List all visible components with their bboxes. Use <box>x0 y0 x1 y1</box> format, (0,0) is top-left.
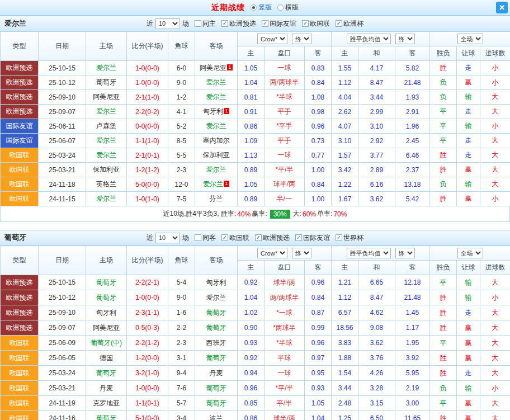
away-team: 阿美尼亚1 <box>195 61 238 75</box>
result-handicap: 赢 <box>457 320 480 336</box>
handicap-home-odds: 0.92 <box>238 275 265 290</box>
result-wdl: 胜 <box>430 61 457 75</box>
filter-checkbox-同主[interactable]: 同主 <box>195 19 216 29</box>
odds-source-select[interactable]: Crow* <box>257 34 287 44</box>
home-team: 葡萄牙 <box>86 290 127 305</box>
sections-container: 爱尔兰近10场同主✓欧洲预选✓国际友谊✓欧国联✓欧洲杯类型日期主场比分(半场)角… <box>0 16 510 420</box>
radio-unselected-icon[interactable] <box>277 4 284 11</box>
handicap-home-odds: 1.02 <box>238 305 265 320</box>
home-team-name: 匈牙利 <box>96 309 116 317</box>
result-goals: 大 <box>480 366 510 381</box>
filter-checkbox-欧洲预选[interactable]: ✓欧洲预选 <box>221 19 256 29</box>
avg-draw-odds: 3.10 <box>358 119 395 134</box>
corner-score: 2-2 <box>168 320 195 336</box>
score: 1-1(1-0) <box>127 134 168 148</box>
layout-vertical-radio[interactable]: 竖版 <box>251 3 272 12</box>
layout-vertical-label: 竖版 <box>258 3 272 12</box>
checkbox-icon[interactable]: ✓ <box>295 234 302 241</box>
layout-horizontal-label: 横版 <box>285 3 299 12</box>
corner-score: 3-4 <box>168 411 195 420</box>
away-team-name: 爱尔兰 <box>203 180 223 188</box>
handicap-line: *平手 <box>265 119 305 134</box>
odds-source-select[interactable]: Crow* <box>257 248 287 258</box>
result-handicap: 赢 <box>457 351 480 366</box>
result-wdl: 负 <box>430 90 457 105</box>
checkbox-icon[interactable]: ✓ <box>302 20 309 27</box>
home-team-name: 葡萄牙 <box>96 369 116 377</box>
avg-home-odds: 1.21 <box>332 275 358 290</box>
filter-label: 欧国联 <box>310 19 330 29</box>
record-summary: 近10场,胜4平3负3, 胜率:40% 赢率:30% 大:60% 单率:70% <box>0 206 510 222</box>
handicap-home-odds: 1.04 <box>238 290 265 305</box>
away-team: 葡萄牙 <box>195 305 238 320</box>
scope-select-cell: 全场 <box>430 32 510 46</box>
match-type: 欧国联 <box>1 381 39 396</box>
red-card-badge: 1 <box>227 64 233 70</box>
filter-checkbox-欧国联[interactable]: ✓欧国联 <box>221 233 249 243</box>
scope-select[interactable]: 全场 <box>457 248 483 258</box>
home-team: 爱尔兰 <box>86 61 127 75</box>
checkbox-icon[interactable]: ✓ <box>221 234 228 241</box>
match-type: 国际友谊 <box>1 134 39 148</box>
result-handicap: 赢 <box>457 411 480 420</box>
checkbox-icon[interactable] <box>195 234 201 241</box>
result-handicap: 赢 <box>457 396 480 411</box>
checkbox-icon[interactable]: ✓ <box>255 234 262 241</box>
handicap-line: 两/两球半 <box>265 290 305 305</box>
filter-checkbox-世界杯[interactable]: ✓世界杯 <box>336 233 363 243</box>
filter-checkbox-欧洲杯[interactable]: ✓欧洲杯 <box>336 19 363 29</box>
checkbox-icon[interactable]: ✓ <box>262 20 268 27</box>
filter-checkbox-国际友谊[interactable]: ✓国际友谊 <box>262 19 296 29</box>
avg-odds-select[interactable]: 胜平负均值 <box>347 34 391 44</box>
layout-horizontal-radio[interactable]: 横版 <box>277 3 299 12</box>
col-header: 客场 <box>195 246 238 275</box>
checkbox-icon[interactable] <box>195 20 201 27</box>
avg-odds-select[interactable]: 终 <box>395 248 415 258</box>
result-goals: 大 <box>480 305 510 320</box>
result-handicap: 输 <box>457 381 480 396</box>
odds-source-select[interactable]: 终 <box>292 34 311 44</box>
home-team: 葡萄牙 <box>86 75 127 90</box>
close-button[interactable]: ✕ <box>496 2 508 13</box>
sub-header: 主 <box>332 46 358 61</box>
handicap-home-odds: 0.86 <box>238 411 265 420</box>
corner-score: 3-1 <box>168 351 195 366</box>
red-card-badge: 1 <box>224 181 229 187</box>
filter-checkbox-同客[interactable]: 同客 <box>195 233 216 243</box>
handicap-home-odds: 0.90 <box>238 320 265 336</box>
match-count-select[interactable]: 10 <box>155 18 180 29</box>
handicap-away-odds: 0.84 <box>305 177 332 192</box>
away-team-name: 波兰 <box>210 414 223 420</box>
handicap-home-odds: 1.05 <box>238 177 265 192</box>
result-wdl: 平 <box>430 396 457 411</box>
avg-odds-select[interactable]: 胜平负均值 <box>347 248 391 258</box>
handicap-home-odds: 1.09 <box>238 134 265 148</box>
avg-draw-odds: 3.62 <box>358 336 395 351</box>
avg-away-odds: 1.17 <box>395 320 430 336</box>
score: 2-2(2-1) <box>127 275 168 290</box>
handicap-line: *半球 <box>265 336 305 351</box>
match-type: 欧洲预选 <box>1 320 39 336</box>
filter-checkbox-国际友谊[interactable]: ✓国际友谊 <box>295 233 330 243</box>
home-team-name: 克罗地亚 <box>93 399 120 407</box>
team-section: 爱尔兰近10场同主✓欧洲预选✓国际友谊✓欧国联✓欧洲杯类型日期主场比分(半场)角… <box>0 16 510 222</box>
odds-source-select[interactable]: 终 <box>292 248 311 258</box>
filter-checkbox-欧洲预选[interactable]: ✓欧洲预选 <box>255 233 290 243</box>
away-team: 爱尔兰 <box>195 290 238 305</box>
home-team-name: 葡萄牙 <box>96 78 116 86</box>
home-team-name: 卢森堡 <box>96 122 116 130</box>
corner-score: 5-5 <box>168 148 195 163</box>
checkbox-icon[interactable]: ✓ <box>336 20 342 27</box>
handicap-away-odds: 0.96 <box>305 119 332 134</box>
checkbox-icon[interactable]: ✓ <box>336 234 342 241</box>
radio-selected-icon[interactable] <box>251 4 257 11</box>
handicap-away-odds: 1.05 <box>305 396 332 411</box>
scope-select[interactable]: 全场 <box>457 34 483 44</box>
home-team-name: 德国 <box>100 354 113 362</box>
filter-checkbox-欧国联[interactable]: ✓欧国联 <box>302 19 330 29</box>
match-type: 欧国联 <box>1 148 39 163</box>
match-count-select[interactable]: 10 <box>155 233 180 243</box>
avg-odds-select[interactable]: 终 <box>395 34 415 44</box>
handicap-away-odds: 1.04 <box>305 411 332 420</box>
checkbox-icon[interactable]: ✓ <box>221 20 228 27</box>
